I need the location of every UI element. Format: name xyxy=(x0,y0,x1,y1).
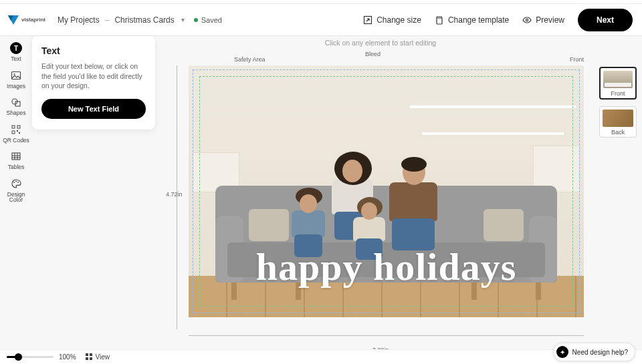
canvas-area: Click on any element to start editing Sa… xyxy=(167,36,594,349)
zoom-control[interactable]: 100% xyxy=(7,353,76,361)
svg-point-5 xyxy=(13,73,15,74)
app-header: vistaprint My Projects – Christmas Cards… xyxy=(0,4,642,36)
table-icon xyxy=(9,150,23,163)
brand-name: vistaprint xyxy=(21,17,45,23)
qr-icon xyxy=(9,123,23,136)
svg-point-15 xyxy=(15,180,17,182)
bottom-bar: 100% View xyxy=(0,349,642,364)
change-size-button[interactable]: Change size xyxy=(356,11,428,29)
new-text-field-button[interactable]: New Text Field xyxy=(41,99,146,119)
next-button[interactable]: Next xyxy=(578,9,633,31)
text-icon: T xyxy=(10,42,22,54)
canvas-hint: Click on any element to start editing xyxy=(167,36,594,47)
change-template-button[interactable]: Change template xyxy=(428,11,516,29)
chat-icon: ✦ xyxy=(556,346,568,358)
breadcrumb-my-projects[interactable]: My Projects xyxy=(58,15,100,25)
design-canvas[interactable]: happy holidays xyxy=(189,65,584,317)
save-status: Saved xyxy=(194,16,222,24)
svg-rect-4 xyxy=(12,71,21,79)
tool-tables[interactable]: Tables xyxy=(0,150,32,170)
page-thumb-back[interactable]: Back xyxy=(599,106,637,138)
view-toggle-button[interactable]: View xyxy=(86,353,110,361)
chevron-down-icon[interactable]: ▾ xyxy=(181,16,185,23)
status-dot-icon xyxy=(194,18,198,22)
template-icon xyxy=(435,15,444,25)
preview-button[interactable]: Preview xyxy=(516,11,571,29)
svg-rect-20 xyxy=(90,357,92,360)
image-icon xyxy=(9,69,23,82)
tool-images[interactable]: Images xyxy=(0,69,32,89)
svg-rect-9 xyxy=(17,126,20,128)
palette-icon xyxy=(9,177,23,190)
resize-icon xyxy=(363,15,372,25)
breadcrumb: My Projects – Christmas Cards ▾ xyxy=(58,15,185,25)
bleed-label: Bleed xyxy=(365,51,381,57)
height-dimension: 4.72in xyxy=(166,191,183,198)
zoom-value: 100% xyxy=(59,353,76,361)
svg-rect-17 xyxy=(86,353,88,356)
svg-rect-12 xyxy=(19,132,20,134)
shapes-icon xyxy=(9,96,23,109)
tool-text[interactable]: T Text xyxy=(0,41,32,62)
zoom-slider[interactable] xyxy=(7,356,54,358)
thumbnail-icon xyxy=(603,110,633,127)
thumbnail-icon xyxy=(603,71,633,88)
logo-icon xyxy=(7,13,20,27)
safety-area-label: Safety Area xyxy=(234,56,265,63)
svg-rect-13 xyxy=(12,153,20,160)
horizontal-ruler xyxy=(189,335,584,336)
pages-panel: Front Back xyxy=(599,67,637,138)
brand-logo[interactable]: vistaprint xyxy=(7,13,45,27)
photo-person xyxy=(383,160,444,253)
svg-point-14 xyxy=(13,182,15,183)
help-button[interactable]: ✦ Need design help? xyxy=(553,343,635,361)
text-panel: Text Edit your text below, or click on t… xyxy=(32,36,155,130)
text-panel-desc: Edit your text below, or click on the fi… xyxy=(41,61,146,91)
svg-rect-11 xyxy=(17,130,18,132)
svg-rect-8 xyxy=(12,126,15,128)
svg-rect-19 xyxy=(86,357,88,360)
tool-shapes[interactable]: Shapes xyxy=(0,96,32,116)
front-label: Front xyxy=(570,56,584,63)
headline-text[interactable]: happy holidays xyxy=(189,244,584,289)
svg-point-16 xyxy=(17,182,19,183)
tool-design-color[interactable]: Design Color xyxy=(0,177,32,203)
svg-point-3 xyxy=(526,19,528,21)
grid-icon xyxy=(86,353,93,361)
svg-rect-18 xyxy=(90,353,92,356)
tool-qr-codes[interactable]: QR Codes xyxy=(0,123,32,144)
page-thumb-front[interactable]: Front xyxy=(599,67,637,100)
svg-rect-10 xyxy=(12,131,15,134)
save-status-label: Saved xyxy=(201,16,222,24)
eye-icon xyxy=(522,15,532,25)
tools-sidebar: T Text Images Shapes QR Codes Tables Des… xyxy=(0,36,32,203)
breadcrumb-current[interactable]: Christmas Cards xyxy=(114,15,174,25)
breadcrumb-sep: – xyxy=(105,15,110,25)
text-panel-title: Text xyxy=(41,45,146,56)
